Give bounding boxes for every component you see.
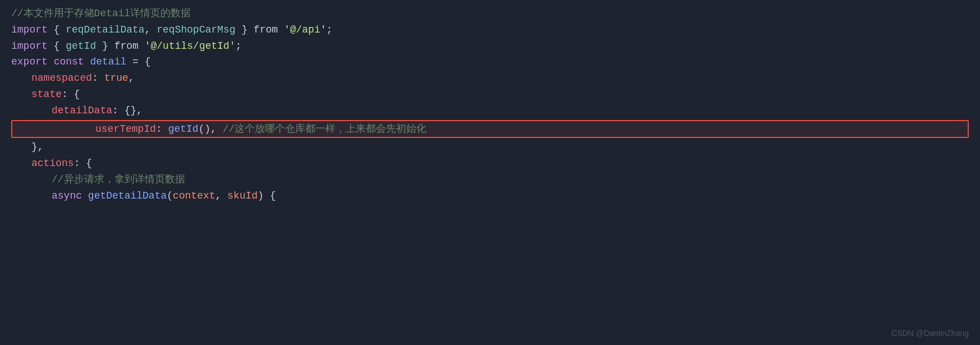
identifier-reqshopcarmsg: reqShopCarMsg [157, 22, 235, 38]
from-keyword-2: from [114, 38, 139, 54]
code-line-4: export const detail = { [11, 54, 969, 70]
string-utils: '@/utils/getId' [145, 38, 236, 54]
property-namespaced: namespaced [31, 70, 92, 86]
keyword-import-1: import [11, 22, 48, 38]
from-keyword-1: from [254, 22, 278, 38]
identifier-reqdetaildata: reqDetailData [66, 22, 144, 38]
watermark: CSDN @DantinZhang [891, 327, 969, 339]
comment-async: //异步请求，拿到详情页数据 [52, 172, 185, 188]
comment-text-1: //本文件用于存储Detail详情页的数据 [11, 6, 191, 22]
code-line-9: }, [31, 139, 969, 155]
code-line-11: //异步请求，拿到详情页数据 [52, 172, 969, 188]
function-getdetaildata: getDetailData [88, 188, 167, 204]
function-getid: getId [168, 121, 199, 137]
keyword-async: async [52, 188, 82, 204]
identifier-detail: detail [90, 54, 126, 70]
code-line-5: namespaced : true , [31, 70, 969, 86]
code-line-12: async getDetailData ( context , skuId ) … [52, 188, 969, 204]
keyword-export: export [11, 54, 48, 70]
inline-comment-usertempid: //这个放哪个仓库都一样，上来都会先初始化 [223, 121, 427, 137]
param-context: context [173, 188, 215, 204]
property-usertempid: userTempId [95, 121, 156, 137]
property-actions: actions [31, 155, 74, 172]
property-state: state [31, 86, 62, 103]
code-line-8-highlighted: userTempId : getId (), //这个放哪个仓库都一样，上来都会… [11, 120, 969, 139]
identifier-getid: getId [66, 38, 96, 54]
code-line-2: import { reqDetailData , reqShopCarMsg }… [11, 22, 969, 38]
string-api: '@/api' [284, 22, 326, 38]
code-line-10: actions : { [31, 155, 969, 172]
code-editor: //本文件用于存储Detail详情页的数据 import { reqDetail… [0, 0, 980, 345]
code-line-3: import { getId } from '@/utils/getId' ; [11, 38, 969, 54]
keyword-const: const [54, 54, 84, 70]
boolean-true: true [104, 70, 128, 86]
keyword-import-2: import [11, 38, 48, 54]
param-skuid: skuId [227, 188, 257, 204]
code-line-7: detailData : {}, [52, 103, 969, 119]
code-line-1: //本文件用于存储Detail详情页的数据 [11, 6, 969, 22]
property-detaildata: detailData [52, 103, 112, 119]
code-line-6: state : { [31, 86, 969, 103]
